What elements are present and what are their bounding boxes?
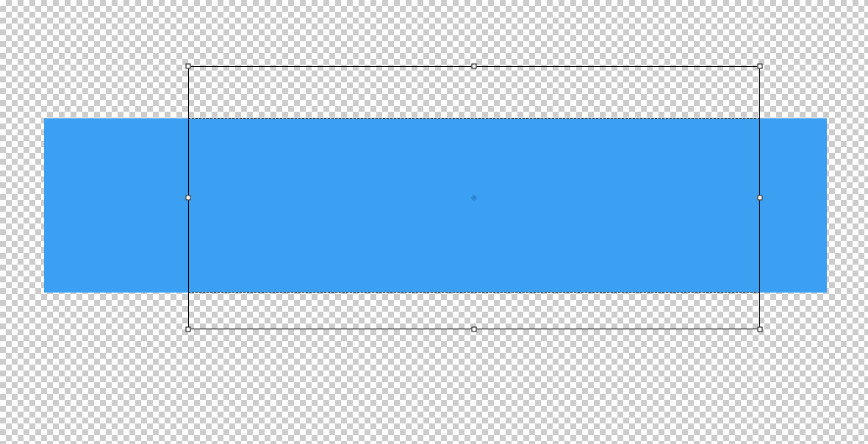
transform-handle-bottom-left[interactable] [186,327,191,332]
shape-rectangle[interactable] [44,118,827,293]
transform-handle-top-right[interactable] [758,64,763,69]
transform-handle-bottom-right[interactable] [758,327,763,332]
transform-handle-top-middle[interactable] [472,64,477,69]
transform-handle-middle-left[interactable] [186,196,191,201]
transform-handle-bottom-middle[interactable] [472,327,477,332]
transform-handle-top-left[interactable] [186,64,191,69]
transform-handle-middle-right[interactable] [758,196,763,201]
